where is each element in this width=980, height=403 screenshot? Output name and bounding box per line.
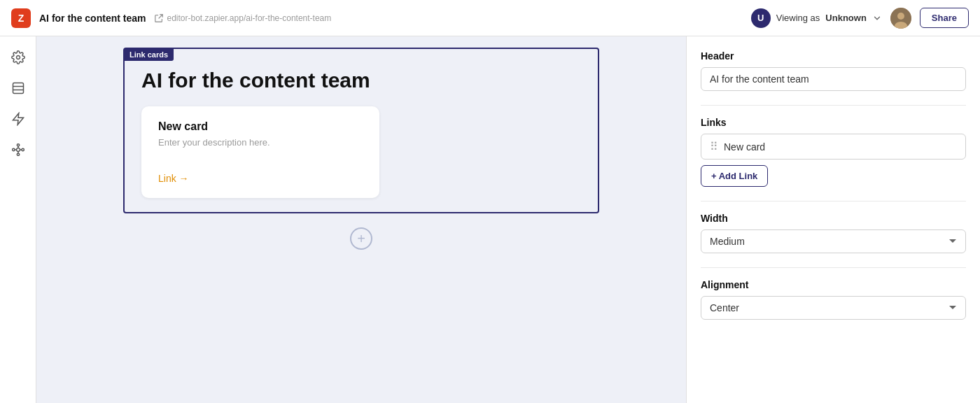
svg-marker-7 — [13, 113, 23, 125]
left-sidebar — [0, 36, 36, 403]
link-cards-block: Link cards AI for the content team New c… — [123, 48, 599, 213]
svg-point-9 — [17, 144, 19, 146]
card-description: Enter your description here. — [158, 137, 363, 148]
add-block-button[interactable]: + — [350, 227, 372, 250]
profile-avatar[interactable] — [890, 8, 911, 29]
top-navigation: Z AI for the content team editor-bot.zap… — [0, 0, 980, 36]
sidebar-settings-icon[interactable] — [6, 45, 31, 70]
header-section-label: Header — [701, 50, 966, 62]
drag-handle-icon: ⠿ — [710, 140, 718, 153]
svg-point-10 — [17, 153, 19, 155]
alignment-section-label: Alignment — [701, 279, 966, 290]
svg-point-11 — [12, 148, 14, 150]
svg-point-12 — [22, 148, 24, 150]
divider-3 — [701, 267, 966, 268]
logo-letter: Z — [18, 13, 24, 24]
links-section: Links ⠿ New card + Add Link — [701, 117, 966, 187]
add-link-button[interactable]: + Add Link — [701, 165, 768, 187]
link-item-label: New card — [724, 141, 765, 153]
card-link[interactable]: Link → — [158, 173, 363, 184]
svg-point-8 — [16, 148, 20, 152]
block-type-label: Link cards — [124, 48, 174, 61]
sidebar-bolt-icon[interactable] — [6, 106, 31, 132]
user-avatar-u: U — [751, 8, 771, 28]
width-section: Width Small Medium Large — [701, 213, 966, 253]
block-header: AI for the content team — [141, 69, 581, 92]
right-panel: Header Links ⠿ New card + Add Link Width… — [686, 36, 980, 403]
sidebar-integrations-icon[interactable] — [6, 137, 31, 162]
header-input[interactable] — [701, 67, 966, 91]
alignment-select[interactable]: Left Center Right — [701, 296, 966, 320]
viewing-user: Unknown — [825, 13, 867, 23]
header-section: Header — [701, 50, 966, 91]
app-title: AI for the content team — [39, 13, 146, 24]
viewing-label: Viewing as — [776, 13, 820, 23]
links-item[interactable]: ⠿ New card — [701, 134, 966, 160]
links-section-label: Links — [701, 117, 966, 128]
link-icon — [154, 13, 164, 23]
sidebar-layout-icon[interactable] — [6, 76, 31, 101]
canvas-add-row: + — [123, 227, 599, 250]
svg-point-3 — [16, 56, 20, 59]
width-select[interactable]: Small Medium Large — [701, 229, 966, 253]
svg-rect-4 — [13, 83, 23, 94]
main-layout: Link cards AI for the content team New c… — [0, 36, 980, 403]
card-title: New card — [158, 120, 363, 133]
app-url[interactable]: editor-bot.zapier.app/ai-for-the-content… — [154, 13, 331, 23]
alignment-section: Alignment Left Center Right — [701, 279, 966, 320]
divider-1 — [701, 105, 966, 106]
svg-point-1 — [897, 13, 904, 20]
link-card[interactable]: New card Enter your description here. Li… — [141, 106, 379, 198]
zapier-logo: Z — [11, 8, 31, 28]
width-section-label: Width — [701, 213, 966, 224]
divider-2 — [701, 201, 966, 202]
canvas-area: Link cards AI for the content team New c… — [36, 36, 686, 403]
viewing-as-section: U Viewing as Unknown — [751, 8, 882, 28]
share-button[interactable]: Share — [920, 8, 969, 28]
chevron-down-icon — [872, 13, 882, 23]
